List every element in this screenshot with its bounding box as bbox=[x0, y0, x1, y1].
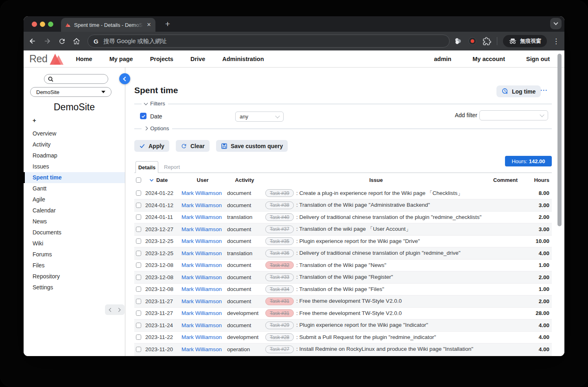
header-date[interactable]: Date bbox=[156, 177, 168, 183]
sidebar-item-wiki[interactable]: Wiki bbox=[24, 238, 125, 249]
row-checkbox[interactable] bbox=[136, 286, 141, 292]
tab-details[interactable]: Details bbox=[136, 161, 158, 173]
task-badge[interactable]: Task #40 bbox=[265, 213, 294, 221]
date-filter-checkbox[interactable] bbox=[140, 113, 146, 119]
row-checkbox[interactable] bbox=[136, 238, 141, 244]
row-checkbox[interactable] bbox=[136, 310, 141, 316]
task-badge[interactable]: Task #29 bbox=[265, 321, 294, 329]
sidebar-item-overview[interactable]: Overview bbox=[24, 128, 125, 139]
app-logo[interactable]: Red bbox=[29, 53, 67, 65]
sidebar-item-calendar[interactable]: Calendar bbox=[24, 205, 125, 216]
tab-search-button[interactable] bbox=[550, 18, 562, 29]
select-all-checkbox[interactable] bbox=[136, 177, 141, 183]
user-link[interactable]: Mark Williamson bbox=[181, 346, 222, 352]
apply-button[interactable]: Apply bbox=[134, 140, 169, 152]
sidebar-item-gantt[interactable]: Gantt bbox=[24, 183, 125, 194]
sidebar-item-roadmap[interactable]: Roadmap bbox=[24, 150, 125, 161]
minimize-window-button[interactable] bbox=[40, 22, 45, 27]
tab-close-icon[interactable]: ✕ bbox=[146, 22, 152, 28]
account-nav-sign-out[interactable]: Sign out bbox=[526, 56, 550, 62]
task-badge[interactable]: Task #34 bbox=[265, 285, 294, 293]
user-link[interactable]: Mark Williamson bbox=[181, 190, 222, 196]
header-comment[interactable]: Comment bbox=[488, 173, 522, 187]
row-checkbox[interactable] bbox=[136, 227, 141, 232]
task-badge[interactable]: Task #33 bbox=[265, 273, 294, 281]
extension-blob-icon[interactable] bbox=[453, 37, 462, 46]
chevron-right-icon[interactable] bbox=[116, 308, 120, 312]
sidebar-item-activity[interactable]: Activity bbox=[24, 139, 125, 150]
back-button[interactable] bbox=[28, 36, 37, 46]
task-badge[interactable]: Task #38 bbox=[265, 201, 294, 209]
home-button[interactable] bbox=[72, 36, 81, 46]
filters-toggle[interactable]: Filters bbox=[142, 101, 168, 107]
browser-tab[interactable]: Spent time - Details - DemoS ✕ bbox=[61, 18, 155, 32]
close-window-button[interactable] bbox=[32, 22, 37, 27]
clear-button[interactable]: Clear bbox=[176, 140, 210, 152]
sidebar-item-agile[interactable]: Agile bbox=[24, 194, 125, 205]
sidebar-item-files[interactable]: Files bbox=[24, 260, 125, 271]
task-badge[interactable]: Task #28 bbox=[265, 333, 294, 341]
sort-desc-icon[interactable] bbox=[149, 179, 154, 182]
task-badge[interactable]: Task #31 bbox=[265, 309, 294, 317]
nav-my-page[interactable]: My page bbox=[109, 56, 133, 62]
user-link[interactable]: Mark Williamson bbox=[181, 238, 222, 244]
account-nav-my-account[interactable]: My account bbox=[472, 56, 505, 62]
task-badge[interactable]: Task #31 bbox=[265, 297, 294, 305]
chevron-left-icon[interactable] bbox=[109, 308, 113, 312]
sidebar-item-documents[interactable]: Documents bbox=[24, 227, 125, 238]
row-checkbox[interactable] bbox=[136, 203, 141, 208]
user-link[interactable]: Mark Williamson bbox=[181, 310, 222, 316]
more-actions-button[interactable]: ··· bbox=[540, 87, 548, 94]
add-subproject-link[interactable]: + bbox=[33, 117, 36, 124]
header-hours[interactable]: Hours bbox=[522, 173, 552, 187]
task-badge[interactable]: Task #27 bbox=[265, 345, 294, 353]
row-checkbox[interactable] bbox=[136, 323, 141, 328]
user-link[interactable]: Mark Williamson bbox=[181, 286, 222, 292]
header-activity[interactable]: Activity bbox=[225, 173, 264, 187]
nav-home[interactable]: Home bbox=[76, 56, 92, 62]
user-link[interactable]: Mark Williamson bbox=[181, 322, 222, 328]
user-link[interactable]: Mark Williamson bbox=[181, 250, 222, 256]
user-link[interactable]: Mark Williamson bbox=[181, 202, 222, 208]
project-jump-select[interactable]: DemoSite bbox=[30, 87, 111, 97]
add-filter-select[interactable] bbox=[479, 110, 548, 120]
row-checkbox[interactable] bbox=[136, 275, 141, 280]
tab-report[interactable]: Report bbox=[164, 164, 180, 170]
row-checkbox[interactable] bbox=[136, 214, 141, 220]
account-nav-admin[interactable]: admin bbox=[434, 56, 452, 62]
sidebar-resize-control[interactable] bbox=[105, 304, 125, 315]
sidebar-item-forums[interactable]: Forums bbox=[24, 249, 125, 260]
user-link[interactable]: Mark Williamson bbox=[181, 274, 222, 280]
fullscreen-window-button[interactable] bbox=[48, 22, 53, 27]
date-operator-select[interactable]: any bbox=[235, 112, 284, 122]
reload-button[interactable] bbox=[57, 36, 67, 46]
nav-administration[interactable]: Administration bbox=[222, 56, 264, 62]
browser-menu-button[interactable]: ⋮ bbox=[553, 37, 560, 46]
task-badge[interactable]: Task #37 bbox=[265, 225, 294, 233]
record-indicator-icon[interactable] bbox=[468, 37, 477, 46]
sidebar-item-repository[interactable]: Repository bbox=[24, 271, 125, 282]
row-checkbox[interactable] bbox=[136, 262, 141, 268]
sidebar-collapse-button[interactable] bbox=[119, 73, 130, 84]
row-checkbox[interactable] bbox=[136, 335, 141, 340]
forward-button[interactable] bbox=[42, 36, 52, 46]
row-checkbox[interactable] bbox=[136, 190, 141, 196]
sidebar-item-spent-time[interactable]: Spent time bbox=[24, 172, 125, 183]
user-link[interactable]: Mark Williamson bbox=[181, 298, 222, 304]
row-checkbox[interactable] bbox=[136, 299, 141, 304]
user-link[interactable]: Mark Williamson bbox=[181, 214, 222, 220]
sidebar-item-news[interactable]: News bbox=[24, 216, 125, 227]
task-badge[interactable]: Task #35 bbox=[265, 237, 294, 245]
header-issue[interactable]: Issue bbox=[264, 173, 488, 187]
page-scrollbar-thumb[interactable] bbox=[557, 54, 562, 226]
search-input[interactable] bbox=[44, 74, 108, 84]
task-badge[interactable]: Task #36 bbox=[265, 249, 294, 257]
sidebar-item-issues[interactable]: Issues bbox=[24, 161, 125, 172]
save-custom-query-button[interactable]: Save custom query bbox=[216, 140, 288, 152]
row-checkbox[interactable] bbox=[136, 251, 141, 256]
url-bar[interactable]: G 搜尋 Google 或輸入網址 bbox=[87, 35, 450, 48]
new-tab-button[interactable]: + bbox=[162, 18, 173, 30]
sidebar-item-settings[interactable]: Settings bbox=[24, 282, 125, 293]
task-badge[interactable]: Task #39 bbox=[265, 189, 294, 197]
user-link[interactable]: Mark Williamson bbox=[181, 334, 222, 340]
